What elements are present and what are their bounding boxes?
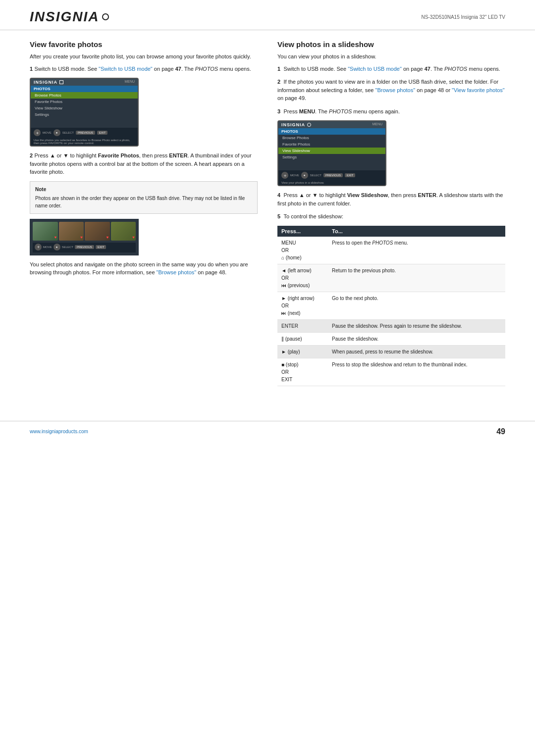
photo-btn-move: ✛: [35, 244, 42, 251]
header: INSIGNIA NS-32D510NA15 Insignia 32" LED …: [0, 0, 535, 30]
left-step-1: 1 Switch to USB mode. See "Switch to USB…: [30, 65, 258, 73]
to-cell: Pause the slideshow. Press again to resu…: [328, 319, 505, 332]
photo-strip: ♥ ♥ ♥ ♥ ✛ MOVE ● SELECT: [30, 219, 139, 255]
heart-icon-4: ♥: [132, 235, 135, 240]
photo-btn-exit: EXIT: [96, 245, 106, 249]
table-row: MENUOR⌂ (home) Press to open the PHOTOS …: [277, 237, 505, 264]
press-cell: ‖ (pause): [277, 332, 328, 345]
photo-status: [33, 252, 136, 252]
press-cell: ENTER: [277, 319, 328, 332]
heart-icon-1: ♥: [54, 235, 57, 240]
note-text: Photos are shown in the order they appea…: [35, 195, 252, 209]
table-row: ENTER Pause the slideshow. Press again t…: [277, 319, 505, 332]
tv1-item-settings: Settings: [31, 111, 138, 118]
left-intro: After you create your favorite photo lis…: [30, 52, 258, 61]
logo: INSIGNIA: [30, 9, 109, 25]
right-step-1: 1 Switch to USB mode. See "Switch to USB…: [277, 65, 505, 73]
control-table: Press... To... MENUOR⌂ (home) Press to o…: [277, 226, 505, 386]
tv1-menu-title: PHOTOS: [31, 86, 138, 92]
tv1-spacer: [31, 118, 138, 128]
note-box: Note Photos are shown in the order they …: [30, 181, 258, 214]
table-row: ◄ (left arrow)OR⏮ (previous) Return to t…: [277, 264, 505, 292]
page: INSIGNIA NS-32D510NA15 Insignia 32" LED …: [0, 0, 535, 756]
tv1-brand: INSIGNIA: [34, 80, 57, 85]
to-cell: When paused, press to resume the slidesh…: [328, 345, 505, 358]
right-column: View photos in a slideshow You can view …: [272, 40, 505, 391]
tv1-item-favorite: Favorite Photos: [31, 99, 138, 105]
browse-photos-link[interactable]: "Browse photos": [157, 269, 197, 275]
table-row: ► (right arrow)OR⏭ (next) Go to the next…: [277, 292, 505, 319]
logo-text: INSIGNIA: [30, 9, 99, 25]
press-cell: MENUOR⌂ (home): [277, 237, 328, 264]
photo-thumbs: ♥ ♥ ♥ ♥: [33, 222, 136, 241]
page-number: 49: [496, 427, 505, 436]
tv2-menu-title: PHOTOS: [278, 128, 385, 135]
to-cell: Press to stop the slideshow and return t…: [328, 358, 505, 386]
tv2-spacer: [278, 160, 385, 170]
to-cell: Press to open the PHOTOS menu.: [328, 237, 505, 264]
table-header-to: To...: [328, 226, 505, 237]
to-cell: Pause the slideshow.: [328, 332, 505, 345]
to-cell: Go to the next photo.: [328, 292, 505, 319]
press-cell: ◄ (left arrow)OR⏮ (previous): [277, 264, 328, 292]
right-intro: You can view your photos in a slideshow.: [277, 52, 505, 61]
link-view-favorite[interactable]: "View favorite photos": [452, 87, 505, 93]
tv2-brand: INSIGNIA: [281, 122, 305, 127]
table-row: ■ (stop)OREXIT Press to stop the slidesh…: [277, 358, 505, 386]
link-usb-mode-left[interactable]: "Switch to USB mode": [99, 66, 153, 72]
left-outro: You select photos and navigate on the ph…: [30, 260, 258, 277]
tv2-btn-move: ✛: [281, 172, 288, 179]
right-section-title: View photos in a slideshow: [277, 40, 505, 49]
header-subtitle: NS-32D510NA15 Insignia 32" LED TV: [421, 14, 505, 20]
tv1-brand-icon: [59, 80, 63, 84]
footer-url[interactable]: www.insigniaproducts.com: [30, 429, 88, 434]
photo-btn-select: ●: [54, 244, 60, 251]
note-title: Note: [35, 186, 252, 193]
tv2-brand-icon: [307, 123, 311, 127]
right-step-5: 5 To control the slideshow:: [277, 212, 505, 221]
photo-btn-prev: PREVIOUS: [75, 245, 94, 249]
tv1-btn-prev: PREVIOUS: [76, 131, 95, 135]
press-cell: ► (right arrow)OR⏭ (next): [277, 292, 328, 319]
thumb-3: ♥: [85, 222, 110, 241]
tv2-btn-select: ●: [301, 172, 308, 179]
tv2-btn-prev: PREVIOUS: [323, 173, 343, 177]
link-usb-mode-right[interactable]: "Switch to USB mode": [348, 66, 402, 72]
link-browse-photos[interactable]: "Browse photos": [375, 87, 416, 93]
tv1-btn-move: ✛: [34, 129, 41, 136]
tv2-item-favorite: Favorite Photos: [278, 141, 385, 148]
tv2-item-slideshow: View Slideshow: [278, 148, 385, 154]
left-column: View favorite photos After you create yo…: [30, 40, 272, 391]
right-step-4: 4 Press ▲ or ▼ to highlight View Slidesh…: [277, 191, 505, 207]
photo-controls: ✛ MOVE ● SELECT PREVIOUS EXIT: [33, 243, 136, 252]
table-row: ‖ (pause) Pause the slideshow.: [277, 332, 505, 345]
footer: www.insigniaproducts.com 49: [0, 421, 535, 442]
thumb-4: ♥: [111, 222, 136, 241]
tv1-status: Use the photos you selected as favorites…: [31, 138, 138, 146]
table-row: ► (play) When paused, press to resume th…: [277, 345, 505, 358]
press-cell: ► (play): [277, 345, 328, 358]
left-step-2: 2 Press ▲ or ▼ to highlight Favorite Pho…: [30, 151, 258, 176]
tv1-controls: ✛ MOVE ● SELECT PREVIOUS EXIT: [31, 128, 138, 138]
tv2-btn-exit: EXIT: [345, 173, 355, 177]
tv-screen-1: INSIGNIA MENU PHOTOS Browse Photos Favor…: [30, 78, 139, 147]
tv1-header-label: MENU: [124, 80, 135, 85]
tv1-btn-select: ●: [54, 129, 60, 136]
tv1-item-slideshow: View Slideshow: [31, 105, 138, 111]
left-section-title: View favorite photos: [30, 40, 258, 49]
to-cell: Return to the previous photo.: [328, 264, 505, 292]
table-header-press: Press...: [277, 226, 328, 237]
tv1-item-browse: Browse Photos: [31, 92, 138, 99]
right-step-3: 3 Press MENU. The PHOTOS menu opens agai…: [277, 107, 505, 116]
tv2-item-browse: Browse Photos: [278, 135, 385, 141]
tv2-controls: ✛ MOVE ● SELECT PREVIOUS EXIT: [278, 170, 385, 180]
heart-icon-2: ♥: [80, 235, 83, 240]
tv2-item-settings: Settings: [278, 154, 385, 160]
tv2-status: View your photos in a slideshow.: [278, 180, 385, 185]
tv-screen-2: INSIGNIA MENU PHOTOS Browse Photos Favor…: [277, 120, 386, 186]
main-content: View favorite photos After you create yo…: [0, 30, 535, 401]
heart-icon-3: ♥: [107, 235, 109, 240]
logo-icon: [102, 13, 109, 20]
press-cell: ■ (stop)OREXIT: [277, 358, 328, 386]
thumb-1: ♥: [33, 222, 58, 241]
